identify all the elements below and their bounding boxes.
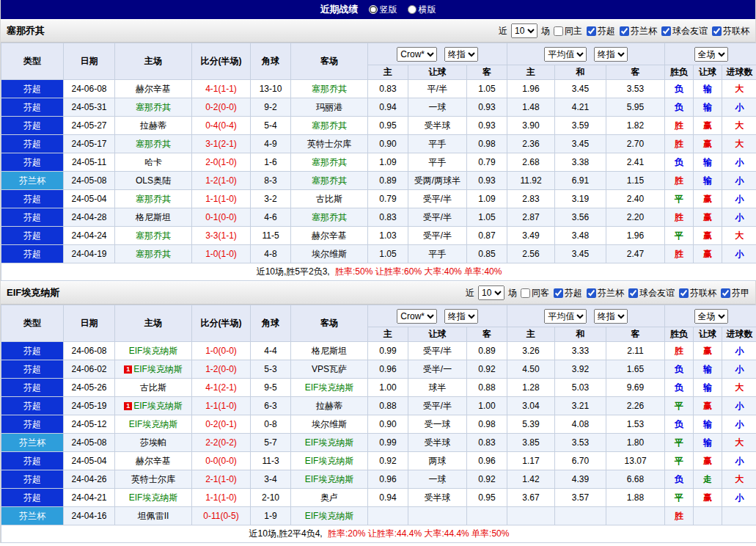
col-score: 比分(半场) <box>192 43 251 80</box>
europe-home-odds-cell: 2.87 <box>507 208 555 227</box>
filter-option[interactable]: 芬联杯 <box>679 287 716 299</box>
filter-label: 芬超 <box>565 287 582 299</box>
full-match-select[interactable]: 全场 <box>694 47 728 62</box>
col-europe-draw: 和 <box>555 65 606 80</box>
handicap-result-cell: 输 <box>694 172 722 190</box>
full-match-select[interactable]: 全场 <box>694 309 728 324</box>
horizontal-radio[interactable] <box>408 5 416 14</box>
col-handicap: 让球 <box>408 327 467 342</box>
summary-prefix: 近10场,胜5平2负3, <box>257 266 330 277</box>
filter-checkbox[interactable] <box>554 26 563 36</box>
filter-checkbox[interactable] <box>679 288 689 298</box>
filter-option[interactable]: 芬联杯 <box>712 25 749 37</box>
asia-home-odds-cell: 0.83 <box>368 208 408 227</box>
corners-cell: 3-4 <box>251 470 291 489</box>
odds-company-select[interactable]: Crow* <box>397 47 437 62</box>
goals-result-cell: 小 <box>722 208 756 227</box>
layout-option-horizontal[interactable]: 横版 <box>408 4 436 16</box>
filter-checkbox[interactable] <box>712 26 722 36</box>
europe-away-odds-cell: 2.40 <box>606 190 665 208</box>
recent-count-select[interactable]: 10 <box>478 285 504 300</box>
europe-average-select[interactable]: 平均值 <box>544 47 587 62</box>
asia-home-odds-cell: 0.94 <box>368 98 408 117</box>
result-cell: 负 <box>665 98 694 117</box>
asia-home-odds-cell: 1.09 <box>368 153 408 172</box>
result-cell: 平 <box>665 397 694 415</box>
asia-home-odds-cell <box>368 507 408 525</box>
result-cell: 平 <box>665 489 694 507</box>
asia-final-select[interactable]: 终指 <box>444 47 478 62</box>
away-team-cell: 赫尔辛基 <box>291 227 368 245</box>
europe-away-odds-cell: 1.88 <box>606 489 665 507</box>
handicap-cell: 一球 <box>408 470 467 489</box>
filter-checkbox[interactable] <box>587 26 596 36</box>
filter-option[interactable]: 球会友谊 <box>661 25 708 37</box>
date-cell: 24-05-31 <box>64 98 115 117</box>
score-cell: 3-3(1-1) <box>192 227 251 245</box>
filter-option[interactable]: 同客 <box>521 287 549 299</box>
goals-result-cell: 大 <box>722 117 756 135</box>
date-cell: 24-04-26 <box>64 470 115 489</box>
europe-final-select[interactable]: 终指 <box>594 309 628 324</box>
filter-option[interactable]: 球会友谊 <box>628 287 675 299</box>
handicap-result-cell: 赢 <box>694 190 722 208</box>
away-team-cell: 埃尔维斯 <box>291 245 368 263</box>
europe-home-odds-cell: 3.90 <box>507 117 555 135</box>
team-header-bar: 塞那乔其 近 10 场 同主芬超芬兰杯球会友谊芬联杯 <box>1 19 755 43</box>
europe-home-odds-cell: 11.92 <box>507 172 555 190</box>
handicap-result-cell: 赢 <box>694 397 722 415</box>
odds-company-select[interactable]: Crow* <box>397 309 437 324</box>
europe-average-select[interactable]: 平均值 <box>544 309 587 324</box>
asia-away-odds-cell: 0.98 <box>467 135 507 153</box>
result-cell: 胜 <box>665 245 694 263</box>
result-cell: 负 <box>665 470 694 489</box>
score-cell: 1-1(1-0) <box>192 489 251 507</box>
filter-option[interactable]: 芬超 <box>554 287 582 299</box>
league-type-cell: 芬超 <box>1 342 64 360</box>
date-cell: 24-05-19 <box>64 397 115 415</box>
filter-label: 芬超 <box>598 25 615 37</box>
away-team-cell: 奥卢 <box>291 489 368 507</box>
filter-option[interactable]: 芬超 <box>587 25 615 37</box>
filter-checkbox[interactable] <box>661 26 671 36</box>
col-asia-home: 主 <box>368 327 408 342</box>
vertical-radio-label: 竖版 <box>380 4 397 16</box>
date-cell: 24-05-12 <box>64 415 115 434</box>
filter-checkbox[interactable] <box>587 288 596 298</box>
home-team-cell: 英特士尔库 <box>115 470 192 489</box>
col-handicap-result: 让球 <box>694 327 722 342</box>
recent-count-select[interactable]: 10 <box>511 23 537 38</box>
match-row: 芬兰杯24-05-08莎埃帕2-2(0-2)5-7EIF埃克纳斯0.99受半球0… <box>1 434 756 452</box>
league-type-cell: 芬超 <box>1 489 64 507</box>
matches-table: 类型 日期 主场 比分(半场) 角球 客场 Crow* 终指 平均值 终指 <box>1 43 756 281</box>
vertical-radio[interactable] <box>369 5 378 14</box>
away-team-cell: 英特士尔库 <box>291 135 368 153</box>
col-corners: 角球 <box>251 305 291 342</box>
filter-option[interactable]: 芬甲 <box>721 287 749 299</box>
handicap-cell: 平手 <box>408 135 467 153</box>
filter-checkbox[interactable] <box>721 288 730 298</box>
asia-final-select[interactable]: 终指 <box>444 309 478 324</box>
col-date: 日期 <box>64 43 115 80</box>
match-row: 芬兰杯24-04-16坦佩雷II0-11(0-5)1-9EIF埃克纳斯胜 <box>1 507 756 525</box>
filter-option[interactable]: 同主 <box>554 25 582 37</box>
league-type-cell: 芬兰杯 <box>1 507 64 525</box>
home-team-cell: OLS奥陆 <box>115 172 192 190</box>
filter-checkbox[interactable] <box>554 288 563 298</box>
team-section: EIF埃克纳斯 近 10 场 同客芬超芬兰杯球会友谊芬联杯芬甲 类型 日期 主场 <box>1 281 755 543</box>
away-team-cell: EIF埃克纳斯 <box>291 452 368 470</box>
page-title: 近期战绩 <box>320 3 359 16</box>
europe-home-odds-cell: 2.68 <box>507 153 555 172</box>
europe-draw-odds-cell <box>555 507 606 525</box>
goals-result-cell: 小 <box>722 415 756 434</box>
away-team-cell: 埃尔维斯 <box>291 415 368 434</box>
layout-option-vertical[interactable]: 竖版 <box>369 4 397 16</box>
filter-option[interactable]: 芬兰杯 <box>587 287 624 299</box>
filter-checkbox[interactable] <box>620 26 629 36</box>
date-cell: 24-05-11 <box>64 153 115 172</box>
corners-cell: 8-3 <box>251 172 291 190</box>
europe-final-select[interactable]: 终指 <box>594 47 628 62</box>
filter-option[interactable]: 芬兰杯 <box>620 25 657 37</box>
filter-checkbox[interactable] <box>628 288 638 298</box>
filter-checkbox[interactable] <box>521 288 530 298</box>
